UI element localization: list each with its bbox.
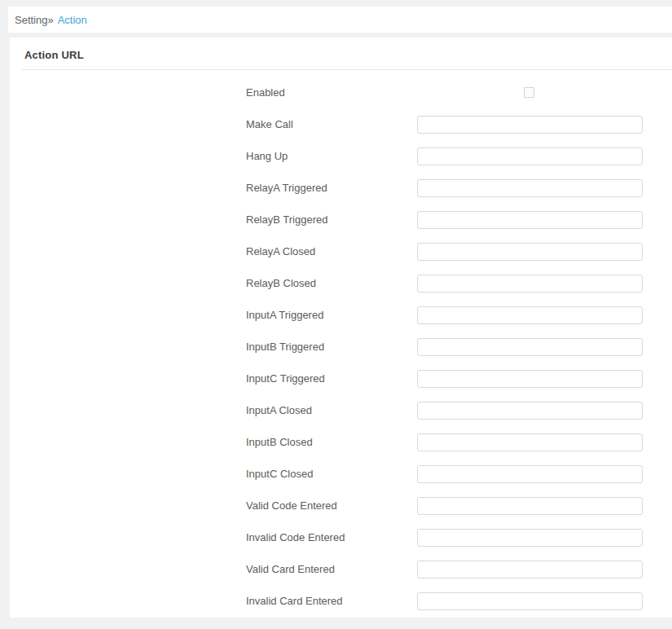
hang-up-label: Hang Up <box>246 150 417 162</box>
inputc-closed-label: InputC Closed <box>246 468 417 480</box>
relaya-closed-input[interactable] <box>417 243 643 261</box>
invalid-card-entered-input[interactable] <box>417 592 643 610</box>
form-value-cell <box>417 116 643 134</box>
form-row: InputB Triggered <box>10 331 672 363</box>
form-row: Valid Card Entered <box>10 553 672 585</box>
form-value-cell <box>417 179 643 197</box>
relayb-triggered-input[interactable] <box>417 211 643 229</box>
valid-card-entered-label: Valid Card Entered <box>246 563 417 575</box>
form-value-cell <box>417 497 643 515</box>
invalid-code-entered-label: Invalid Code Entered <box>246 531 417 543</box>
make-call-label: Make Call <box>246 118 417 130</box>
enabled-label: Enabled <box>246 86 417 99</box>
action-url-form: Enabled Make CallHang UpRelayA Triggered… <box>10 70 672 617</box>
form-row: InputB Closed <box>10 426 672 458</box>
form-value-cell <box>417 147 643 165</box>
inputc-closed-input[interactable] <box>417 465 643 483</box>
inputa-triggered-label: InputA Triggered <box>246 309 417 321</box>
form-row-enabled: Enabled <box>10 77 672 108</box>
form-row: InputC Closed <box>10 458 672 490</box>
relayb-closed-label: RelayB Closed <box>246 277 417 289</box>
form-row: Valid Code Entered <box>10 490 672 521</box>
form-row: RelayA Closed <box>10 235 672 267</box>
relaya-closed-label: RelayA Closed <box>246 245 417 257</box>
form-value-cell <box>417 306 643 324</box>
valid-card-entered-input[interactable] <box>417 561 643 578</box>
form-value-cell <box>417 402 643 420</box>
form-value-cell <box>417 87 643 98</box>
valid-code-entered-input[interactable] <box>417 497 643 515</box>
form-value-cell <box>417 243 643 261</box>
form-value-cell <box>417 561 643 578</box>
relaya-triggered-label: RelayA Triggered <box>246 182 417 194</box>
inputa-triggered-input[interactable] <box>417 306 643 324</box>
relayb-closed-input[interactable] <box>417 275 643 293</box>
breadcrumb-section-setting: Setting» <box>15 14 54 26</box>
relayb-triggered-label: RelayB Triggered <box>246 213 417 226</box>
form-row: InputA Closed <box>10 394 672 426</box>
hang-up-input[interactable] <box>417 147 643 165</box>
invalid-code-entered-input[interactable] <box>417 529 643 547</box>
form-row: InputC Triggered <box>10 363 672 394</box>
form-row: Make Call <box>10 108 672 140</box>
form-row: InputA Triggered <box>10 299 672 331</box>
form-row: RelayB Triggered <box>10 204 672 235</box>
inputa-closed-input[interactable] <box>417 402 643 420</box>
form-row: RelayA Triggered <box>10 172 672 204</box>
inputc-triggered-input[interactable] <box>417 370 643 388</box>
form-value-cell <box>417 465 643 483</box>
form-value-cell <box>417 529 643 547</box>
form-value-cell <box>417 338 643 356</box>
inputb-closed-input[interactable] <box>417 433 643 451</box>
form-row: Invalid Card Entered <box>10 585 672 617</box>
form-row: Invalid Code Entered <box>10 521 672 553</box>
form-row: RelayB Closed <box>10 267 672 299</box>
breadcrumb-current-action[interactable]: Action <box>58 14 87 26</box>
inputb-triggered-input[interactable] <box>417 338 643 356</box>
inputc-triggered-label: InputC Triggered <box>246 372 417 385</box>
relaya-triggered-input[interactable] <box>417 179 643 197</box>
inputb-closed-label: InputB Closed <box>246 436 417 448</box>
form-value-cell <box>417 433 643 451</box>
form-row: Hang Up <box>10 140 672 172</box>
form-value-cell <box>417 370 643 388</box>
valid-code-entered-label: Valid Code Entered <box>246 499 417 512</box>
breadcrumb: Setting» Action <box>8 7 672 33</box>
action-url-panel: Action URL Enabled Make CallHang UpRelay… <box>10 37 672 618</box>
form-value-cell <box>417 592 643 610</box>
form-value-cell <box>417 211 643 229</box>
form-value-cell <box>417 275 643 293</box>
enabled-checkbox[interactable] <box>524 87 534 98</box>
make-call-input[interactable] <box>417 116 643 134</box>
inputa-closed-label: InputA Closed <box>246 404 417 416</box>
invalid-card-entered-label: Invalid Card Entered <box>246 595 417 607</box>
inputb-triggered-label: InputB Triggered <box>246 341 417 353</box>
panel-title: Action URL <box>10 37 672 69</box>
